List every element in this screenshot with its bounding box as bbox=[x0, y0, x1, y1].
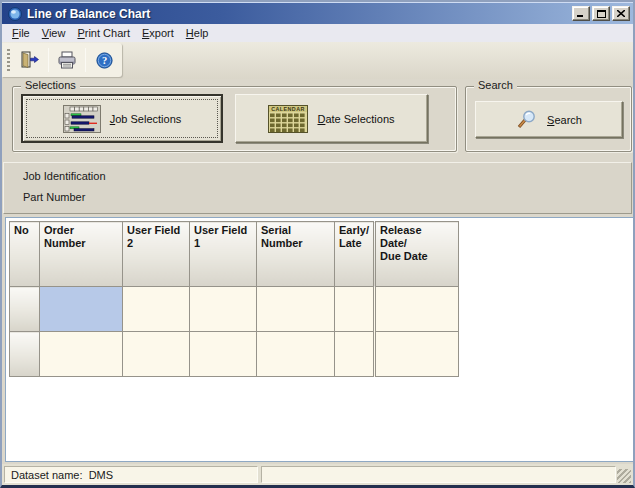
menu-print-chart[interactable]: Print Chart bbox=[71, 25, 136, 41]
calendar-icon: CALENDAR bbox=[268, 105, 308, 133]
jobs-table: NoOrder NumberUser Field 2User Field 1Se… bbox=[9, 221, 459, 377]
table-row bbox=[10, 332, 459, 377]
table-cell[interactable] bbox=[40, 332, 123, 377]
table-cell[interactable] bbox=[257, 287, 335, 332]
search-groupbox: Search Search bbox=[465, 86, 632, 152]
column-header: User Field 1 bbox=[190, 222, 257, 287]
menu-view[interactable]: View bbox=[36, 25, 72, 41]
column-header: Serial Number bbox=[257, 222, 335, 287]
app-window: Line of Balance Chart FileViewPrint Char… bbox=[0, 0, 635, 488]
close-button[interactable] bbox=[612, 6, 630, 21]
table-row bbox=[10, 287, 459, 332]
table-cell[interactable] bbox=[375, 332, 459, 377]
row-header[interactable] bbox=[10, 332, 40, 377]
menu-help[interactable]: Help bbox=[180, 25, 215, 41]
menu-export[interactable]: Export bbox=[136, 25, 180, 41]
title-bar[interactable]: Line of Balance Chart bbox=[2, 2, 633, 24]
help-icon: ? bbox=[96, 52, 113, 69]
toolbar: ? bbox=[2, 42, 633, 79]
print-icon bbox=[57, 51, 77, 69]
toolbar-separator bbox=[48, 48, 49, 72]
table-area: NoOrder NumberUser Field 2User Field 1Se… bbox=[5, 217, 634, 462]
dataset-name-value: DMS bbox=[89, 469, 113, 481]
part-number-label: Part Number bbox=[23, 191, 631, 203]
svg-text:CALENDAR: CALENDAR bbox=[272, 106, 305, 112]
table-header-row: NoOrder NumberUser Field 2User Field 1Se… bbox=[10, 222, 459, 287]
toolbar-grip[interactable] bbox=[7, 49, 10, 71]
column-header: Early/ Late bbox=[335, 222, 375, 287]
job-selections-button[interactable]: Job Selections bbox=[21, 94, 223, 143]
search-button[interactable]: Search bbox=[475, 101, 623, 138]
table-cell[interactable] bbox=[335, 287, 375, 332]
toolbar-band: ? bbox=[2, 43, 122, 77]
table-cell[interactable] bbox=[375, 287, 459, 332]
date-selections-label: Date Selections bbox=[317, 113, 394, 125]
menu-bar: FileViewPrint ChartExportHelp bbox=[2, 24, 633, 42]
main-area: Selections bbox=[2, 79, 633, 464]
toolbar-separator bbox=[85, 48, 86, 72]
table-cell[interactable] bbox=[257, 332, 335, 377]
table-cell[interactable] bbox=[123, 332, 190, 377]
job-identification-panel: Job Identification Part Number bbox=[3, 162, 632, 214]
selections-groupbox: Selections bbox=[12, 86, 457, 152]
column-header: User Field 2 bbox=[123, 222, 190, 287]
table-cell[interactable] bbox=[190, 287, 257, 332]
exit-button[interactable] bbox=[16, 47, 44, 73]
job-selections-label: Job Selections bbox=[110, 113, 182, 125]
status-panel-empty bbox=[261, 466, 616, 483]
column-header: Order Number bbox=[40, 222, 123, 287]
column-header: Release Date/ Due Date bbox=[375, 222, 459, 287]
column-header: No bbox=[10, 222, 40, 287]
app-icon bbox=[7, 6, 23, 22]
table-cell[interactable] bbox=[123, 287, 190, 332]
resize-grip-icon[interactable] bbox=[617, 469, 631, 483]
help-button[interactable]: ? bbox=[90, 47, 118, 73]
exit-icon bbox=[20, 51, 40, 69]
search-label: Search bbox=[547, 114, 582, 126]
svg-text:?: ? bbox=[101, 55, 106, 66]
dataset-name-label: Dataset name: bbox=[11, 469, 83, 481]
search-group-label: Search bbox=[474, 79, 517, 91]
print-button[interactable] bbox=[53, 47, 81, 73]
table-cell[interactable] bbox=[335, 332, 375, 377]
selections-group-label: Selections bbox=[21, 79, 80, 91]
magnifier-icon bbox=[516, 110, 538, 130]
date-selections-button[interactable]: CALENDAR Date Selections bbox=[235, 94, 428, 143]
menu-file[interactable]: File bbox=[6, 25, 36, 41]
maximize-button[interactable] bbox=[592, 6, 610, 21]
job-identification-label: Job Identification bbox=[23, 170, 631, 182]
minimize-button[interactable] bbox=[572, 6, 590, 21]
dataset-status-panel: Dataset name: DMS bbox=[4, 466, 258, 483]
table-body bbox=[10, 287, 459, 377]
status-bar: Dataset name: DMS bbox=[2, 464, 633, 485]
table-cell[interactable] bbox=[190, 332, 257, 377]
window-title: Line of Balance Chart bbox=[27, 7, 570, 21]
row-header[interactable] bbox=[10, 287, 40, 332]
selected-cell[interactable] bbox=[40, 287, 123, 332]
gantt-chart-icon bbox=[63, 105, 101, 133]
